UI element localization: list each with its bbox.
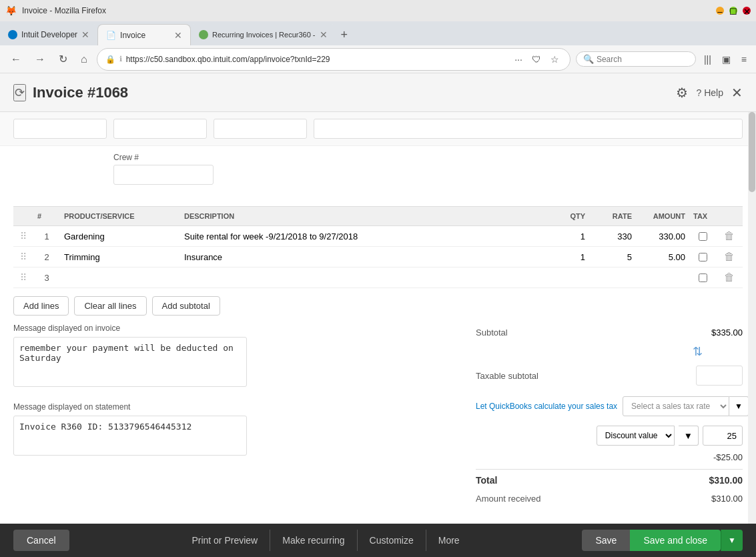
description-input-1[interactable] xyxy=(184,252,538,262)
col-rate: RATE xyxy=(589,207,636,226)
add-lines-button[interactable]: Add lines xyxy=(13,296,69,316)
url-input[interactable] xyxy=(126,55,508,64)
product-input-0[interactable] xyxy=(64,231,176,241)
sidebar-icon[interactable]: ▣ xyxy=(719,51,733,67)
reload-button[interactable]: ↻ xyxy=(55,50,71,68)
browser-search-bar[interactable]: 🔍 xyxy=(576,51,696,67)
tax-checkbox-0[interactable] xyxy=(699,232,707,241)
delete-cell-2[interactable]: 🗑 xyxy=(716,267,743,288)
message-invoice-textarea[interactable] xyxy=(13,337,247,387)
app-logo-area: ⟳ Invoice #1068 xyxy=(13,84,128,101)
help-icon: ? xyxy=(696,87,701,98)
bookmarks-icon[interactable]: ||| xyxy=(701,51,714,67)
qty-cell-1[interactable] xyxy=(542,247,589,267)
scrollbar-track[interactable] xyxy=(748,112,756,524)
rate-input-1[interactable] xyxy=(593,252,632,262)
tax-calc-link[interactable]: Let QuickBooks calculate your sales tax xyxy=(476,402,617,411)
cancel-button[interactable]: Cancel xyxy=(13,530,69,551)
product-input-2[interactable] xyxy=(64,273,176,283)
print-preview-button[interactable]: Print or Preview xyxy=(179,530,270,551)
rate-cell-0[interactable] xyxy=(589,226,636,247)
description-cell-1[interactable] xyxy=(180,247,542,267)
back-button[interactable]: ← xyxy=(7,51,25,68)
qty-cell-0[interactable] xyxy=(542,226,589,247)
discount-dropdown-button[interactable]: ▼ xyxy=(679,426,699,446)
more-button[interactable]: More xyxy=(426,530,472,551)
product-input-1[interactable] xyxy=(64,252,176,262)
clear-all-lines-button[interactable]: Clear all lines xyxy=(74,296,146,316)
delete-row-button-1[interactable]: 🗑 xyxy=(724,251,735,263)
customize-button[interactable]: Customize xyxy=(358,530,426,551)
new-tab-button[interactable]: + xyxy=(336,25,354,45)
invoice-table: # PRODUCT/SERVICE DESCRIPTION QTY RATE A… xyxy=(13,206,743,288)
save-close-button[interactable]: Save and close xyxy=(630,530,721,551)
tax-rate-select[interactable]: Select a sales tax rate xyxy=(623,396,729,416)
product-cell-1[interactable] xyxy=(60,247,180,267)
top-field-3[interactable] xyxy=(214,119,307,139)
tax-checkbox-2[interactable] xyxy=(699,273,707,282)
taxable-subtotal-input[interactable] xyxy=(696,366,743,386)
tab-close-recurring[interactable]: ✕ xyxy=(320,29,328,40)
discount-value-input[interactable] xyxy=(703,426,743,446)
menu-icon[interactable]: ≡ xyxy=(739,51,749,67)
product-cell-2[interactable] xyxy=(60,267,180,288)
tab-close-invoice[interactable]: ✕ xyxy=(174,30,182,41)
top-field-4[interactable] xyxy=(314,119,743,139)
rate-input-0[interactable] xyxy=(593,231,632,241)
home-button[interactable]: ⌂ xyxy=(77,51,91,68)
qty-input-1[interactable] xyxy=(546,252,585,262)
tab-recurring[interactable]: Recurring Invoices | Recur360 - ✕ xyxy=(191,24,335,45)
description-cell-2[interactable] xyxy=(180,267,542,288)
tax-dropdown-button[interactable]: ▼ xyxy=(729,396,749,416)
tax-cell-1[interactable] xyxy=(689,247,716,267)
window-close-button[interactable]: ✕ xyxy=(743,7,751,15)
save-dropdown-button[interactable]: ▼ xyxy=(721,530,743,551)
description-input-2[interactable] xyxy=(184,273,538,283)
add-subtotal-button[interactable]: Add subtotal xyxy=(152,296,220,316)
col-tax: TAX xyxy=(689,207,716,226)
close-icon[interactable]: ✕ xyxy=(731,85,743,101)
message-statement-textarea[interactable] xyxy=(13,416,247,456)
description-input-0[interactable] xyxy=(184,231,538,241)
crew-input[interactable] xyxy=(113,165,214,185)
help-button[interactable]: ? Help xyxy=(696,87,723,98)
tax-cell-2[interactable] xyxy=(689,267,716,288)
delete-cell-1[interactable]: 🗑 xyxy=(716,247,743,267)
star-bookmark-icon[interactable]: ☆ xyxy=(548,51,562,67)
tax-checkbox-1[interactable] xyxy=(699,253,707,261)
top-field-2[interactable] xyxy=(113,119,207,139)
address-bar[interactable]: 🔒 ℹ ··· 🛡 ☆ xyxy=(97,48,571,71)
refresh-icon[interactable]: ⟳ xyxy=(13,84,26,101)
minimize-button[interactable]: – xyxy=(716,7,724,15)
rate-input-2[interactable] xyxy=(593,273,632,283)
product-cell-0[interactable] xyxy=(60,226,180,247)
description-cell-0[interactable] xyxy=(180,226,542,247)
search-input[interactable] xyxy=(597,55,677,64)
save-button[interactable]: Save xyxy=(582,530,630,551)
forward-button[interactable]: → xyxy=(31,51,49,68)
qty-cell-2[interactable] xyxy=(542,267,589,288)
scrollbar-thumb[interactable] xyxy=(749,112,755,192)
top-field-1[interactable] xyxy=(13,119,107,139)
qty-input-0[interactable] xyxy=(546,231,585,241)
bookmark-shield-icon[interactable]: 🛡 xyxy=(529,51,544,67)
rate-cell-1[interactable] xyxy=(589,247,636,267)
more-options-icon[interactable]: ··· xyxy=(512,51,525,67)
tab-invoice[interactable]: 📄 Invoice ✕ xyxy=(97,24,191,45)
tab-intuit-developer[interactable]: Intuit Developer ✕ xyxy=(0,24,97,45)
delete-cell-0[interactable]: 🗑 xyxy=(716,226,743,247)
tax-cell-0[interactable] xyxy=(689,226,716,247)
settings-icon[interactable]: ⚙ xyxy=(676,85,688,101)
drag-handle-1[interactable]: ⠿ xyxy=(13,247,33,267)
discount-type-select[interactable]: Discount value xyxy=(597,426,675,446)
drag-handle-2[interactable]: ⠿ xyxy=(13,267,33,288)
make-recurring-button[interactable]: Make recurring xyxy=(270,530,357,551)
delete-row-button-0[interactable]: 🗑 xyxy=(724,230,735,242)
qty-input-2[interactable] xyxy=(546,273,585,283)
delete-row-button-2[interactable]: 🗑 xyxy=(724,271,735,284)
rate-cell-2[interactable] xyxy=(589,267,636,288)
drag-handle-0[interactable]: ⠿ xyxy=(13,226,33,247)
tab-close-intuit[interactable]: ✕ xyxy=(81,29,89,40)
footer-center-actions: Print or Preview Make recurring Customiz… xyxy=(69,530,583,551)
maximize-button[interactable]: ☐ xyxy=(729,7,737,15)
